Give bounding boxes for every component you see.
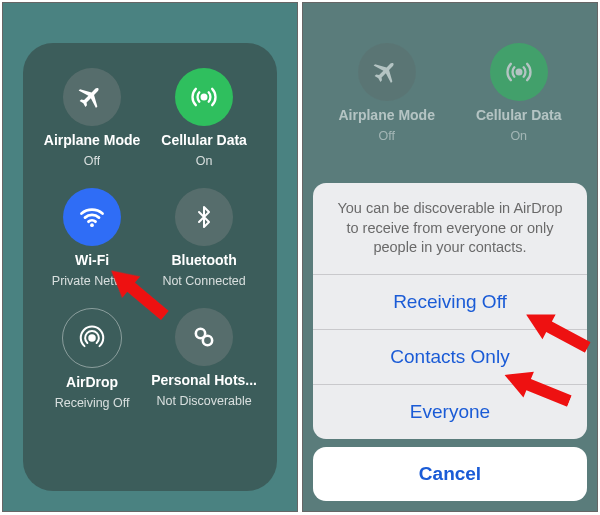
bg-airplane-status: Off <box>378 129 394 143</box>
airplane-mode-tile[interactable]: Airplane Mode Off <box>43 68 141 168</box>
svg-point-2 <box>89 335 95 341</box>
wifi-status: Private Netw... <box>52 274 133 288</box>
option-everyone[interactable]: Everyone <box>313 384 587 439</box>
option-contacts-only[interactable]: Contacts Only <box>313 329 587 384</box>
bg-cellular-tile: Cellular Data On <box>476 43 562 143</box>
bluetooth-label: Bluetooth <box>171 252 236 268</box>
wifi-label: Wi-Fi <box>75 252 109 268</box>
svg-point-4 <box>203 336 212 345</box>
airdrop-icon <box>62 308 122 368</box>
hotspot-icon <box>175 308 233 366</box>
bg-airplane-label: Airplane Mode <box>338 107 434 123</box>
hotspot-label: Personal Hots... <box>151 372 257 388</box>
connectivity-panel: Airplane Mode Off Cellular Data On Wi-Fi… <box>23 43 277 491</box>
cellular-icon <box>490 43 548 101</box>
action-sheet-message: You can be discoverable in AirDrop to re… <box>313 183 587 274</box>
hotspot-status: Not Discoverable <box>157 394 252 408</box>
control-center-expanded-pane: Airplane Mode Off Cellular Data On Wi-Fi… <box>2 2 298 512</box>
action-sheet-group: You can be discoverable in AirDrop to re… <box>313 183 587 439</box>
bg-cellular-status: On <box>510 129 527 143</box>
cellular-data-tile[interactable]: Cellular Data On <box>151 68 257 168</box>
bluetooth-icon <box>175 188 233 246</box>
airplane-mode-label: Airplane Mode <box>44 132 140 148</box>
airplane-mode-status: Off <box>84 154 100 168</box>
airplane-icon <box>358 43 416 101</box>
airdrop-status: Receiving Off <box>55 396 130 410</box>
airdrop-action-sheet-pane: Airplane Mode Off Cellular Data On You c… <box>302 2 598 512</box>
airdrop-tile[interactable]: AirDrop Receiving Off <box>43 308 141 410</box>
cancel-button[interactable]: Cancel <box>313 447 587 501</box>
svg-point-0 <box>202 95 207 100</box>
bluetooth-tile[interactable]: Bluetooth Not Connected <box>151 188 257 288</box>
hotspot-tile[interactable]: Personal Hots... Not Discoverable <box>151 308 257 410</box>
svg-point-6 <box>516 70 521 75</box>
screenshot-stage: Airplane Mode Off Cellular Data On Wi-Fi… <box>0 0 600 515</box>
airdrop-label: AirDrop <box>66 374 118 390</box>
option-receiving-off[interactable]: Receiving Off <box>313 274 587 329</box>
action-sheet: You can be discoverable in AirDrop to re… <box>313 183 587 501</box>
background-connectivity-panel: Airplane Mode Off Cellular Data On <box>323 43 577 143</box>
wifi-icon <box>63 188 121 246</box>
cellular-data-label: Cellular Data <box>161 132 247 148</box>
airplane-icon <box>63 68 121 126</box>
bg-cellular-label: Cellular Data <box>476 107 562 123</box>
cellular-icon <box>175 68 233 126</box>
bluetooth-status: Not Connected <box>162 274 245 288</box>
wifi-tile[interactable]: Wi-Fi Private Netw... <box>43 188 141 288</box>
bg-airplane-tile: Airplane Mode Off <box>338 43 434 143</box>
svg-point-1 <box>90 223 94 227</box>
cellular-data-status: On <box>196 154 213 168</box>
